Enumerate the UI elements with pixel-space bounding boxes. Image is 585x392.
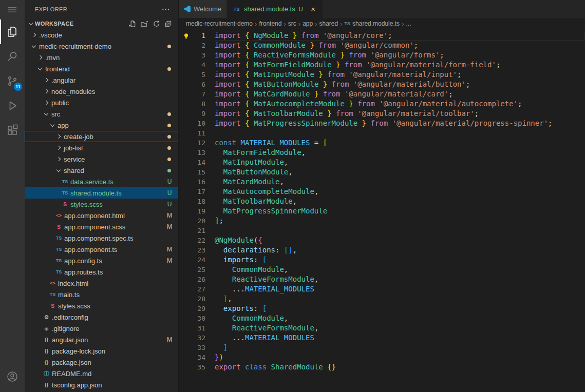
- token: '@angular/core': [323, 31, 388, 40]
- tree-file-main.ts[interactable]: TSmain.ts: [25, 289, 178, 300]
- source-control-icon[interactable]: 11: [0, 69, 25, 93]
- tree-file-tsconfig.app.json[interactable]: {}tsconfig.app.json: [25, 379, 178, 390]
- code-line-9[interactable]: 9import { MatToolbarModule } from '@angu…: [179, 109, 585, 119]
- tree-file-app.component.html[interactable]: <>app.component.htmlM: [25, 210, 178, 221]
- tree-file-styles.scss[interactable]: Sstyles.scss: [25, 300, 178, 311]
- tree-file-app.component.spec.ts[interactable]: TSapp.component.spec.ts: [25, 232, 178, 244]
- tab-welcome[interactable]: Welcome: [179, 0, 227, 18]
- code-line-11[interactable]: 11: [179, 128, 585, 138]
- code-text: import { MatFormFieldModule } from '@ang…: [215, 60, 585, 70]
- code-line-10[interactable]: 10import { MatProgressSpinnerModule } fr…: [179, 119, 585, 128]
- code-line-3[interactable]: 3import { ReactiveFormsModule } from '@a…: [179, 50, 585, 60]
- code-line-20[interactable]: 20];: [179, 216, 585, 226]
- tree-file-app.component.scss[interactable]: Sapp.component.scssM: [25, 221, 178, 232]
- code-line-21[interactable]: 21: [179, 226, 585, 236]
- token: :: [254, 304, 262, 312]
- tree-file-app.component.ts[interactable]: TSapp.component.tsM: [25, 244, 178, 255]
- code-line-14[interactable]: 14 MatInputModule,: [179, 158, 585, 167]
- tree-file-shared.module.ts[interactable]: TSshared.module.tsU: [25, 187, 178, 199]
- code-line-25[interactable]: 25 CommonModule,: [179, 265, 585, 275]
- code-line-32[interactable]: 32 ...MATERIAL_MODULES: [179, 333, 585, 343]
- code-line-19[interactable]: 19 MatProgressSpinnerModule: [179, 206, 585, 216]
- tree-folder-src[interactable]: src: [25, 108, 178, 120]
- breadcrumb-item[interactable]: frontend: [259, 20, 281, 27]
- code-line-2[interactable]: 2import { CommonModule } from '@angular/…: [179, 41, 585, 50]
- tree-file-data.service.ts[interactable]: TSdata.service.tsU: [25, 176, 178, 187]
- breadcrumb-label: frontend: [259, 20, 281, 27]
- tree-folder-.mvn[interactable]: .mvn: [25, 52, 178, 63]
- tree-file-.editorconfig[interactable]: ⚙.editorconfig: [25, 311, 178, 323]
- code-line-22[interactable]: 22@NgModule({: [179, 236, 585, 245]
- code-line-24[interactable]: 24 imports: [: [179, 255, 585, 265]
- code-line-15[interactable]: 15 MatButtonModule,: [179, 167, 585, 177]
- tree-file-.gitignore[interactable]: ◈.gitignore: [25, 323, 178, 334]
- tree-folder-app[interactable]: app: [25, 120, 178, 131]
- extensions-icon[interactable]: [0, 118, 25, 143]
- explorer-icon[interactable]: [0, 19, 25, 44]
- breadcrumb-item[interactable]: app: [303, 20, 313, 27]
- code-line-18[interactable]: 18 MatToolbarModule,: [179, 197, 585, 206]
- tree-folder-create-job[interactable]: create-job: [25, 131, 178, 142]
- code-line-26[interactable]: 26 ReactiveFormsModule,: [179, 275, 585, 284]
- search-icon[interactable]: [0, 44, 25, 69]
- tree-folder-frontend[interactable]: frontend: [25, 63, 178, 74]
- run-debug-icon[interactable]: [0, 93, 25, 118]
- tree-file-README.md[interactable]: ⓘREADME.md: [25, 368, 178, 379]
- collapse-all-icon[interactable]: [163, 18, 173, 29]
- workspace-section-header[interactable]: WORKSPACE: [25, 18, 178, 29]
- close-icon[interactable]: ×: [309, 5, 317, 13]
- tree-folder-.vscode[interactable]: .vscode: [25, 29, 178, 41]
- code-line-8[interactable]: 8import { MatAutocompleteModule } from '…: [179, 99, 585, 109]
- code-line-23[interactable]: 23 declarations: [],: [179, 245, 585, 255]
- code-line-30[interactable]: 30 CommonModule,: [179, 313, 585, 323]
- folder-label: create-job: [64, 133, 93, 141]
- tree-file-package-lock.json[interactable]: {}package-lock.json: [25, 345, 178, 357]
- refresh-icon[interactable]: [151, 18, 161, 29]
- code-line-27[interactable]: 27 ...MATERIAL_MODULES: [179, 284, 585, 294]
- code-line-13[interactable]: 13 MatFormFieldModule,: [179, 148, 585, 158]
- code-line-5[interactable]: 5import { MatInputModule } from '@angula…: [179, 70, 585, 80]
- tree-file-package.json[interactable]: {}package.json: [25, 357, 178, 368]
- menu-icon[interactable]: [0, 0, 25, 19]
- code-line-29[interactable]: 29 exports: [: [179, 304, 585, 313]
- breadcrumb-item[interactable]: medic-recruitment-demo: [186, 20, 253, 27]
- tree-folder-job-list[interactable]: job-list: [25, 142, 178, 153]
- token: ,: [314, 324, 318, 332]
- code-line-12[interactable]: 12const MATERIAL_MODULES = [: [179, 138, 585, 148]
- breadcrumb-item[interactable]: shared: [319, 20, 338, 27]
- person-glyph: [6, 370, 18, 383]
- gutter: 21: [179, 226, 215, 236]
- tree-folder-.angular[interactable]: .angular: [25, 74, 178, 86]
- tree-folder-service[interactable]: service: [25, 153, 178, 165]
- code-line-1[interactable]: 1import { NgModule } from '@angular/core…: [179, 31, 585, 41]
- tree-folder-public[interactable]: public: [25, 97, 178, 108]
- tree-folder-node_modules[interactable]: node_modules: [25, 86, 178, 97]
- tree-folder-medic-recruitment-demo[interactable]: medic-recruitment-demo: [25, 41, 178, 52]
- code-line-31[interactable]: 31 ReactiveFormsModule,: [179, 323, 585, 333]
- tab-shared-module-ts[interactable]: TSshared.module.tsU×: [227, 0, 323, 18]
- new-file-icon[interactable]: [127, 18, 138, 29]
- tree-file-styles.scss[interactable]: Sstyles.scssU: [25, 199, 178, 210]
- breadcrumb-item[interactable]: TSshared.module.ts: [345, 20, 400, 27]
- code-line-28[interactable]: 28 ],: [179, 294, 585, 304]
- code-line-35[interactable]: 35export class SharedModule {}: [179, 362, 585, 372]
- code-line-4[interactable]: 4import { MatFormFieldModule } from '@an…: [179, 60, 585, 70]
- tree-file-app.config.ts[interactable]: TSapp.config.tsM: [25, 255, 178, 266]
- tree-file-app.routes.ts[interactable]: TSapp.routes.ts: [25, 266, 178, 278]
- code-line-33[interactable]: 33 ]: [179, 343, 585, 352]
- tree-folder-shared[interactable]: shared: [25, 165, 178, 176]
- more-actions-icon[interactable]: ⋯: [159, 4, 173, 14]
- editor-code[interactable]: 1import { NgModule } from '@angular/core…: [179, 29, 585, 392]
- tree-file-angular.json[interactable]: {}angular.jsonM: [25, 334, 178, 345]
- new-folder-icon[interactable]: [139, 18, 149, 29]
- breadcrumb-item[interactable]: src: [288, 20, 296, 27]
- account-icon[interactable]: [0, 364, 25, 389]
- code-line-16[interactable]: 16 MatCardModule,: [179, 177, 585, 187]
- tree-file-index.html[interactable]: <>index.html: [25, 278, 178, 289]
- gutter: 35: [179, 362, 215, 372]
- code-line-17[interactable]: 17 MatAutocompleteModule,: [179, 187, 585, 197]
- code-line-7[interactable]: 7import { MatCardModule } from '@angular…: [179, 89, 585, 99]
- breadcrumb-item[interactable]: ...: [406, 20, 411, 27]
- code-line-6[interactable]: 6import { MatButtonModule } from '@angul…: [179, 80, 585, 89]
- code-line-34[interactable]: 34}): [179, 352, 585, 362]
